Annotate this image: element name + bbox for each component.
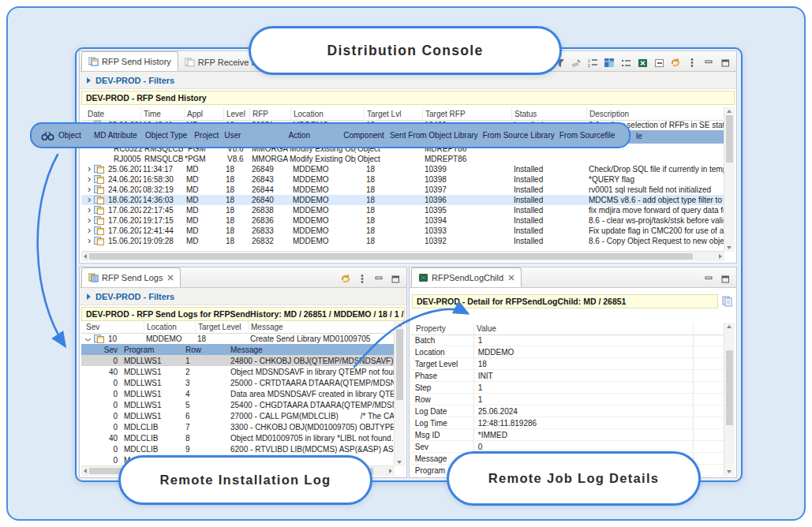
expand-toggle[interactable] <box>81 219 92 222</box>
maximize-icon[interactable] <box>719 273 732 285</box>
property-row[interactable]: Msg ID *IMMED <box>411 429 724 441</box>
table-row[interactable]: 17.06.202412:41:44MD1826833MDDEMO1810393… <box>81 226 724 236</box>
table-row[interactable]: 18.06.202414:36:03MD1826840MDDEMO1810396… <box>81 195 724 205</box>
expand-toggle[interactable] <box>81 167 92 171</box>
scroll-thumb[interactable] <box>396 329 403 400</box>
collapse-all-icon[interactable] <box>653 57 665 69</box>
col-target-rfp[interactable]: Target RFP <box>423 107 512 120</box>
property-row[interactable]: Location MDDEMO <box>411 346 724 358</box>
cell-rfp: 26843 <box>250 175 291 184</box>
col-level[interactable]: Level <box>224 107 250 120</box>
col-description[interactable]: Description <box>587 107 735 120</box>
table-row[interactable]: 17.06.202419:17:15MD1826836MDDEMO1810394… <box>81 215 724 226</box>
menu-kebab-icon[interactable] <box>356 273 369 285</box>
history-hscrollbar[interactable] <box>81 251 724 261</box>
cell-level: 18 <box>224 185 250 194</box>
freeze-table-icon[interactable] <box>603 57 616 69</box>
col-message[interactable]: Message <box>249 321 405 333</box>
table-row-child[interactable]: RJ0005RMSQLCBLLE*PGMV8.6MMORGANModify Ex… <box>81 154 724 164</box>
col-property[interactable]: Property <box>411 323 474 335</box>
scroll-down-icon[interactable] <box>397 461 402 464</box>
history-vscrollbar[interactable] <box>724 107 735 252</box>
col-location[interactable]: Location <box>291 107 365 120</box>
property-row[interactable]: Batch 1 <box>411 335 724 346</box>
numbered-list-icon[interactable]: 12 <box>586 57 599 69</box>
expand-toggle[interactable] <box>81 229 92 233</box>
scroll-down-icon[interactable] <box>727 470 732 473</box>
cell-message: Create Send Library MD01009705 <box>249 335 395 343</box>
close-icon[interactable] <box>508 275 515 281</box>
close-icon[interactable] <box>167 275 174 281</box>
expand-toggle[interactable] <box>81 239 92 243</box>
expand-toggle[interactable] <box>81 208 92 212</box>
scroll-right-icon[interactable] <box>389 469 392 473</box>
refresh-icon[interactable] <box>339 273 352 285</box>
scroll-up-icon[interactable] <box>397 323 402 327</box>
log-detail-row[interactable]: 0MDLLWS1525400 - CHGDTAARA DTAARA(QTEMP/… <box>81 399 395 410</box>
log-detail-row[interactable]: 0MDLCLIB73300 - CHKOBJ OBJ(MD01009705) O… <box>81 421 395 432</box>
table-row[interactable]: 24.06.202416:58:30MD1826843MDDEMO1810398… <box>81 174 724 185</box>
clear-icon[interactable] <box>570 57 582 69</box>
table-row[interactable]: 15.06.202419:09:28MD1826832MDDEMO1810392… <box>81 236 724 246</box>
tab-rfp-send-logs[interactable]: RFP Send Logs <box>81 267 181 287</box>
scroll-thumb[interactable] <box>726 350 733 425</box>
expand-toggle[interactable] <box>81 198 92 202</box>
expand-toggle[interactable] <box>81 188 92 192</box>
chevron-icon[interactable] <box>85 337 91 341</box>
log-detail-row[interactable]: 0MDLLWS14Data area MDSNDSAVF created in … <box>81 388 395 399</box>
col-appl[interactable]: Appl <box>185 107 224 120</box>
expand-toggle[interactable] <box>81 178 92 181</box>
scroll-left-icon[interactable] <box>84 254 87 259</box>
cell-desc: MDCMS v8.6 - add object type filter to o… <box>587 196 724 204</box>
excel-export-icon[interactable] <box>636 57 649 69</box>
scroll-down-icon[interactable] <box>727 246 732 249</box>
table-row[interactable]: 17.06.202422:17:45MD1826838MDDEMO1810395… <box>81 205 724 215</box>
log-group-row[interactable]: 10 MDDEMO 18 Create Send Library MD01009… <box>81 333 395 344</box>
log-detail-row[interactable]: 40MDLCLIB8Object MD01009705 in library *… <box>81 432 395 443</box>
col-time[interactable]: Time <box>141 107 185 120</box>
col-target-lvl[interactable]: Target Lvl <box>365 107 423 120</box>
log-detail-row[interactable]: 0MDLLWS1325000 - CRTDTAARA DTAARA(QTEMP/… <box>81 377 395 388</box>
logs-filters-bar[interactable]: DEV-PROD - Filters <box>80 288 406 305</box>
copy-document-icon[interactable] <box>721 296 734 308</box>
property-row[interactable]: Log Time 12:48:11.819286 <box>411 417 724 429</box>
maximize-icon[interactable] <box>389 273 402 285</box>
cell-tlvl: 18 <box>365 206 423 215</box>
col-value[interactable]: Value <box>474 323 694 335</box>
log-detail-row[interactable]: 0MDLLWS1627000 - CALL PGM(MDLCLIB) /* Th… <box>81 410 395 421</box>
property-row[interactable]: Row 1 <box>411 394 724 406</box>
col-location[interactable]: Location <box>144 321 196 333</box>
minimize-icon[interactable] <box>702 273 715 285</box>
property-row[interactable]: Step 1 <box>411 382 724 394</box>
tab-rfp-send-history[interactable]: RFP Send History <box>81 51 178 71</box>
col-target-level[interactable]: Target Level <box>196 321 249 333</box>
maximize-icon[interactable] <box>719 57 732 69</box>
table-row[interactable]: 24.06.202408:32:19MD1826844MDDEMO1810397… <box>81 185 724 195</box>
detail-vscrollbar[interactable] <box>724 323 735 476</box>
scroll-up-icon[interactable] <box>727 110 732 113</box>
col-status[interactable]: Status <box>512 107 587 120</box>
log-detail-row[interactable]: 0MDLLWS1124800 - CHKOBJ OBJ(QTEMP/MDSNDS… <box>81 355 395 366</box>
minimize-icon[interactable] <box>372 273 385 285</box>
refresh-icon[interactable] <box>669 57 682 69</box>
col-rfp[interactable]: RFP <box>250 107 291 120</box>
tab-rfpsendlogchild[interactable]: RFPSendLogChild <box>411 267 522 287</box>
logs-vscrollbar[interactable] <box>394 321 405 466</box>
scroll-thumb[interactable] <box>89 253 693 260</box>
property-row[interactable]: Target Level 18 <box>411 358 724 370</box>
minimize-icon[interactable] <box>702 57 715 69</box>
col-sev[interactable]: Sev <box>81 321 144 333</box>
scroll-thumb[interactable] <box>726 115 733 163</box>
bullet-list-icon[interactable] <box>619 57 632 69</box>
log-detail-row[interactable]: 40MDLLWS12Object MDSNDSAVF in library QT… <box>81 366 395 377</box>
property-row[interactable]: Phase INIT <box>411 370 724 382</box>
scroll-up-icon[interactable] <box>727 325 732 328</box>
col-date[interactable]: Date <box>81 107 141 120</box>
table-row[interactable]: 25.06.202411:34:17MD1826849MDDEMO1810399… <box>81 164 724 174</box>
cell-trfp: 10397 <box>423 185 512 194</box>
menu-kebab-icon[interactable] <box>686 57 698 69</box>
scroll-right-icon[interactable] <box>719 254 722 259</box>
log-detail-row[interactable]: 0MDLCLIB96200 - RTVLIBD LIB(MDCMS) ASP(&… <box>81 443 395 454</box>
property-row[interactable]: Log Date 25.06.2024 <box>411 406 724 417</box>
scroll-left-icon[interactable] <box>84 469 87 473</box>
